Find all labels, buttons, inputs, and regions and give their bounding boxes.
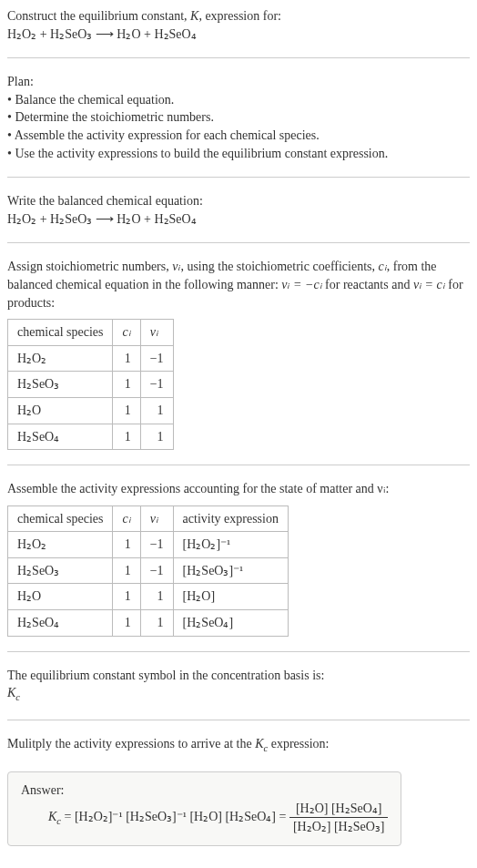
cell-nu: 1 [140,584,173,610]
cell-species: H₂SeO₃ [8,557,113,584]
kc-inline: Kc [255,737,268,751]
col-expr: activity expression [173,505,288,532]
table-row: H₂O₂ 1 −1 [H₂O₂]⁻¹ [8,532,289,558]
stoich-t1: Assign stoichiometric numbers, [7,260,172,273]
plan-heading: Plan: [7,73,470,91]
plan-item: • Assemble the activity expression for e… [7,127,470,145]
symbol-section: The equilibrium constant symbol in the c… [7,667,470,705]
plan-section: Plan: • Balance the chemical equation. •… [7,73,470,162]
balanced-section: Write the balanced chemical equation: H₂… [7,192,470,228]
intro-text-1b: , expression for: [198,9,281,23]
divider [7,465,470,465]
cell-species: H₂O₂ [8,345,113,372]
kc-symbol: Kc [7,684,470,704]
cell-c: 1 [113,557,140,584]
divider [7,720,470,720]
mult-text-b: expression: [268,737,329,751]
cell-species: H₂SeO₃ [8,372,113,398]
answer-label: Answer: [21,781,388,800]
answer-fraction: [H₂O] [H₂SeO₄][H₂O₂] [H₂SeO₃] [289,800,389,836]
table-row: H₂SeO₄ 1 1 [H₂SeO₄] [8,610,289,637]
table-row: H₂SeO₄ 1 1 [8,424,174,450]
col-nu: νᵢ [140,505,173,532]
col-c: cᵢ [113,505,140,532]
col-c: cᵢ [113,320,140,346]
table-row: H₂SeO₃ 1 −1 [8,372,174,398]
symbol-text: The equilibrium constant symbol in the c… [7,667,470,685]
table-header-row: chemical species cᵢ νᵢ activity expressi… [8,505,289,532]
activity-section: Assemble the activity expressions accoun… [7,480,470,637]
cell-nu: −1 [140,557,173,584]
stoich-section: Assign stoichiometric numbers, νᵢ, using… [7,258,470,450]
activity-table: chemical species cᵢ νᵢ activity expressi… [7,505,289,637]
answer-lhs: = [H₂O₂]⁻¹ [H₂SeO₃]⁻¹ [H₂O] [H₂SeO₄] = [61,810,289,823]
answer-equation: Kc = [H₂O₂]⁻¹ [H₂SeO₃]⁻¹ [H₂O] [H₂SeO₄] … [21,800,388,836]
kc-answer: Kc [48,810,61,823]
cell-species: H₂O [8,397,113,424]
cell-species: H₂O [8,584,113,610]
multiply-section: Mulitply the activity expressions to arr… [7,735,470,755]
fraction-numerator: [H₂O] [H₂SeO₄] [289,800,389,819]
balanced-heading: Write the balanced chemical equation: [7,192,470,210]
c-i: cᵢ [379,260,387,273]
stoich-table: chemical species cᵢ νᵢ H₂O₂ 1 −1 H₂SeO₃ … [7,319,174,450]
cell-expr: [H₂O] [173,584,288,610]
cell-expr: [H₂SeO₄] [173,610,288,637]
cell-c: 1 [113,372,140,398]
col-nu: νᵢ [140,320,173,346]
cell-c: 1 [113,532,140,558]
cell-c: 1 [113,345,140,372]
cell-expr: [H₂O₂]⁻¹ [173,532,288,558]
divider [7,57,470,58]
stoich-t2: , using the stoichiometric coefficients, [180,260,378,273]
col-species: chemical species [8,505,113,532]
cell-nu: −1 [140,345,173,372]
col-species: chemical species [8,320,113,346]
cell-c: 1 [113,610,140,637]
balanced-equation: H₂O₂ + H₂SeO₃ ⟶ H₂O + H₂SeO₄ [7,210,470,229]
cell-expr: [H₂SeO₃]⁻¹ [173,557,288,584]
cell-c: 1 [113,424,140,450]
activity-heading: Assemble the activity expressions accoun… [7,480,470,498]
cell-nu: 1 [140,424,173,450]
cell-nu: −1 [140,532,173,558]
cell-nu: 1 [140,397,173,424]
intro-section: Construct the equilibrium constant, K, e… [7,7,470,43]
cell-species: H₂SeO₄ [8,610,113,637]
plan-item: • Balance the chemical equation. [7,91,470,109]
cell-nu: −1 [140,372,173,398]
plan-item: • Use the activity expressions to build … [7,145,470,163]
divider [7,651,470,652]
table-row: H₂O₂ 1 −1 [8,345,174,372]
cell-c: 1 [113,584,140,610]
divider [7,242,470,243]
intro-text-1: Construct the equilibrium constant, [7,9,190,23]
stoich-t4: for reactants and [322,278,413,291]
cell-c: 1 [113,397,140,424]
plan-item: • Determine the stoichiometric numbers. [7,108,470,127]
cell-species: H₂O₂ [8,532,113,558]
rel2: νᵢ = cᵢ [413,278,445,291]
stoich-text: Assign stoichiometric numbers, νᵢ, using… [7,258,470,311]
cell-nu: 1 [140,610,173,637]
table-row: H₂SeO₃ 1 −1 [H₂SeO₃]⁻¹ [8,557,289,584]
mult-text-a: Mulitply the activity expressions to arr… [7,737,255,751]
answer-box: Answer: Kc = [H₂O₂]⁻¹ [H₂SeO₃]⁻¹ [H₂O] [… [7,771,401,846]
fraction-denominator: [H₂O₂] [H₂SeO₃] [289,818,389,836]
k-var: K [190,9,198,23]
table-header-row: chemical species cᵢ νᵢ [8,320,174,346]
table-row: H₂O 1 1 [8,397,174,424]
intro-equation: H₂O₂ + H₂SeO₃ ⟶ H₂O + H₂SeO₄ [7,27,197,41]
table-row: H₂O 1 1 [H₂O] [8,584,289,610]
divider [7,177,470,178]
cell-species: H₂SeO₄ [8,424,113,450]
rel1: νᵢ = −cᵢ [281,278,321,291]
